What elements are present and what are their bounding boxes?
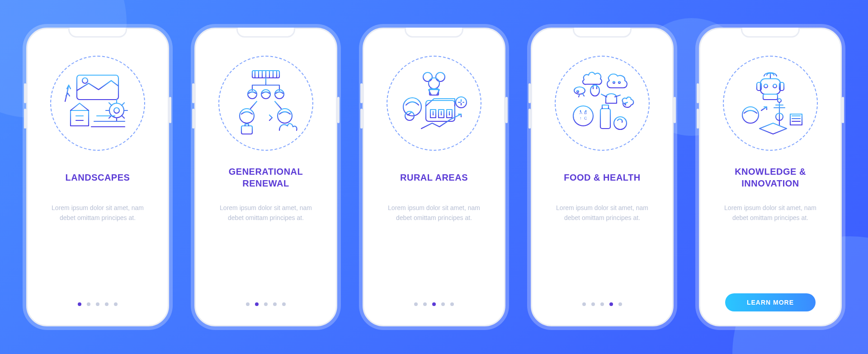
page-indicator-dot[interactable] bbox=[282, 302, 286, 306]
phone-side-button bbox=[192, 109, 194, 129]
generational-renewal-icon bbox=[230, 67, 302, 139]
screen-body: Lorem ipsum dolor sit amet, nam debet om… bbox=[700, 203, 840, 223]
svg-point-12 bbox=[436, 72, 445, 81]
phone-side-button bbox=[24, 109, 26, 129]
svg-rect-32 bbox=[600, 109, 610, 129]
page-indicator-dot[interactable] bbox=[264, 302, 268, 306]
page-indicator bbox=[582, 302, 622, 306]
page-indicator-dot[interactable] bbox=[423, 302, 427, 306]
phone-notch bbox=[573, 28, 632, 38]
svg-text:A: A bbox=[580, 110, 582, 115]
phone-side-button bbox=[337, 97, 340, 123]
svg-rect-39 bbox=[763, 94, 778, 100]
screen-title: FOOD & HEALTH bbox=[555, 166, 649, 190]
phone-notch bbox=[236, 28, 295, 38]
phone-side-button bbox=[842, 97, 844, 123]
page-indicator-dot[interactable] bbox=[78, 302, 81, 306]
onboarding-screen: RURAL AREASLorem ipsum dolor sit amet, n… bbox=[363, 28, 505, 326]
food-health-icon: A B ↑ C bbox=[566, 67, 638, 139]
food-health-icon: A B ↑ C bbox=[555, 56, 650, 151]
page-indicator-dot[interactable] bbox=[414, 302, 418, 306]
phone-side-button bbox=[505, 97, 508, 123]
landscapes-icon bbox=[61, 67, 134, 139]
svg-text:↑: ↑ bbox=[580, 116, 582, 120]
page-indicator-dot[interactable] bbox=[582, 302, 586, 306]
phone-side-button bbox=[169, 97, 171, 123]
page-indicator-dot[interactable] bbox=[96, 302, 99, 306]
svg-point-10 bbox=[278, 109, 292, 123]
svg-point-11 bbox=[423, 72, 432, 81]
phone-side-button bbox=[697, 109, 699, 129]
page-indicator-dot[interactable] bbox=[450, 302, 454, 306]
svg-point-22 bbox=[574, 87, 585, 94]
phone-side-button bbox=[192, 83, 194, 103]
page-indicator-dot[interactable] bbox=[609, 302, 613, 306]
svg-text:C: C bbox=[584, 116, 587, 120]
svg-point-40 bbox=[742, 107, 759, 123]
page-indicator-dot[interactable] bbox=[600, 302, 604, 306]
svg-rect-9 bbox=[241, 126, 252, 134]
phone-side-button bbox=[674, 97, 676, 123]
svg-point-37 bbox=[764, 84, 768, 88]
rural-areas-icon bbox=[387, 56, 481, 151]
phone-side-button bbox=[697, 83, 699, 103]
phone-notch bbox=[741, 28, 800, 38]
svg-point-8 bbox=[240, 109, 254, 123]
phone-notch bbox=[405, 28, 463, 38]
page-indicator-dot[interactable] bbox=[114, 302, 118, 306]
svg-point-25 bbox=[613, 81, 615, 83]
page-indicator-dot[interactable] bbox=[246, 302, 250, 306]
screen-body: Lorem ipsum dolor sit amet, nam debet om… bbox=[196, 203, 336, 223]
page-indicator-dot[interactable] bbox=[591, 302, 595, 306]
svg-point-24 bbox=[590, 85, 599, 96]
onboarding-screen: A B ↑ C FOOD & HEALTHLorem ipsum dolor s… bbox=[531, 28, 674, 326]
learn-more-button[interactable]: LEARN MORE bbox=[725, 293, 816, 311]
phone-side-button bbox=[360, 83, 363, 103]
svg-text:B: B bbox=[584, 110, 587, 115]
phone-side-button bbox=[24, 83, 26, 103]
onboarding-screen: KNOWLEDGE & INNOVATIONLorem ipsum dolor … bbox=[699, 28, 842, 326]
page-indicator-dot[interactable] bbox=[87, 302, 90, 306]
onboarding-screen: LANDSCAPESLorem ipsum dolor sit amet, na… bbox=[26, 28, 169, 326]
screen-title: RURAL AREAS bbox=[391, 166, 477, 190]
onboarding-screen: GENERATIONAL RENEWALLorem ipsum dolor si… bbox=[194, 28, 337, 326]
page-indicator-dot[interactable] bbox=[441, 302, 445, 306]
svg-point-3 bbox=[114, 108, 119, 113]
svg-point-27 bbox=[573, 106, 593, 126]
screen-body: Lorem ipsum dolor sit amet, nam debet om… bbox=[364, 203, 504, 223]
screen-title: KNOWLEDGE & INNOVATION bbox=[726, 166, 815, 190]
screen-title: LANDSCAPES bbox=[57, 166, 139, 190]
onboarding-row: LANDSCAPESLorem ipsum dolor sit amet, na… bbox=[26, 28, 842, 326]
svg-point-13 bbox=[429, 78, 439, 89]
phone-side-button bbox=[528, 83, 531, 103]
svg-point-6 bbox=[261, 90, 270, 99]
page-indicator-dot[interactable] bbox=[432, 302, 436, 306]
svg-point-41 bbox=[778, 99, 781, 102]
page-indicator bbox=[78, 302, 118, 306]
generational-renewal-icon bbox=[218, 56, 313, 151]
page-indicator-dot[interactable] bbox=[273, 302, 277, 306]
svg-point-1 bbox=[82, 78, 88, 83]
phone-side-button bbox=[528, 109, 531, 129]
svg-point-38 bbox=[773, 84, 777, 88]
rural-areas-icon bbox=[398, 67, 470, 139]
page-indicator bbox=[246, 302, 286, 306]
knowledge-innovation-icon bbox=[723, 56, 818, 151]
svg-rect-34 bbox=[760, 79, 780, 94]
screen-title: GENERATIONAL RENEWAL bbox=[220, 166, 312, 190]
svg-point-21 bbox=[456, 97, 467, 108]
phone-notch bbox=[68, 28, 127, 38]
knowledge-innovation-icon bbox=[734, 67, 807, 139]
page-indicator bbox=[414, 302, 454, 306]
page-indicator-dot[interactable] bbox=[105, 302, 108, 306]
page-indicator-dot[interactable] bbox=[255, 302, 259, 306]
screen-body: Lorem ipsum dolor sit amet, nam debet om… bbox=[28, 203, 168, 223]
landscapes-icon bbox=[50, 56, 145, 151]
screen-body: Lorem ipsum dolor sit amet, nam debet om… bbox=[532, 203, 672, 223]
page-indicator-dot[interactable] bbox=[618, 302, 622, 306]
svg-point-26 bbox=[618, 81, 620, 83]
svg-point-23 bbox=[577, 91, 579, 92]
phone-side-button bbox=[360, 109, 363, 129]
